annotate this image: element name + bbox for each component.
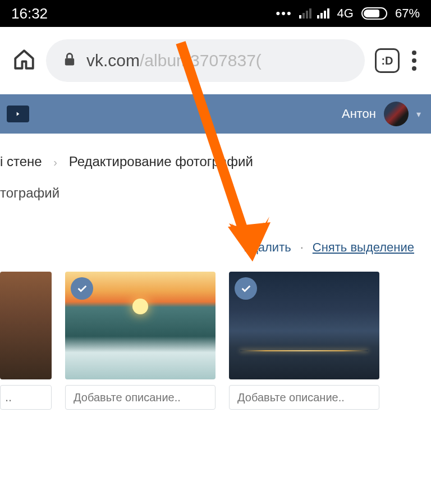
tab-count-button[interactable]: :D: [375, 48, 400, 73]
status-dots-icon: •••: [276, 6, 292, 21]
signal-strong-icon: [317, 8, 329, 19]
android-status-bar: 16:32 ••• 4G 67%: [0, 0, 431, 27]
network-type: 4G: [337, 6, 354, 21]
status-time: 16:32: [11, 5, 48, 22]
status-right: ••• 4G 67%: [276, 6, 420, 21]
vk-user-menu[interactable]: Антон ▾: [342, 102, 421, 126]
photo-thumbnail[interactable]: [0, 272, 52, 379]
tab-count-label: :D: [381, 54, 393, 67]
home-icon[interactable]: [12, 48, 36, 74]
battery-icon: [361, 7, 387, 20]
url-text: vk.com/album3707837(: [86, 51, 262, 70]
section-label: тографий: [0, 185, 431, 217]
bridge-decoration: [240, 350, 368, 351]
battery-percent: 67%: [395, 6, 420, 21]
url-bar[interactable]: vk.com/album3707837(: [46, 39, 365, 82]
signal-weak-icon: [299, 8, 311, 19]
delete-button[interactable]: Удалить: [244, 240, 291, 255]
lock-icon: [62, 52, 77, 70]
chevron-down-icon: ▾: [416, 109, 421, 120]
avatar: [384, 102, 409, 126]
svg-rect-0: [65, 58, 74, 66]
caption-input[interactable]: [229, 385, 379, 410]
vk-logo-icon[interactable]: [7, 106, 29, 122]
actions-row: Удалить · Снять выделение: [0, 217, 431, 272]
photo-card: [0, 272, 52, 410]
photos-row: [0, 272, 431, 410]
photo-thumbnail[interactable]: [65, 272, 216, 379]
browser-toolbar: vk.com/album3707837( :D: [0, 27, 431, 94]
photo-thumbnail[interactable]: [229, 272, 379, 379]
separator-dot: ·: [300, 240, 304, 255]
url-path: /album3707837(: [140, 51, 262, 70]
vk-user-name: Антон: [342, 107, 376, 121]
breadcrumb-current: Редактирование фотографий: [69, 154, 253, 169]
caption-input[interactable]: [65, 385, 216, 410]
photo-card: [229, 272, 379, 410]
selected-check-icon[interactable]: [235, 277, 257, 300]
menu-icon[interactable]: [410, 48, 419, 73]
chevron-right-icon: ›: [53, 156, 57, 168]
sun-decoration: [132, 299, 148, 314]
selected-check-icon[interactable]: [71, 277, 93, 300]
deselect-button[interactable]: Снять выделение: [313, 240, 414, 255]
page-content: і стене › Редактирование фотографий тогр…: [0, 134, 431, 410]
breadcrumb: і стене › Редактирование фотографий: [0, 150, 431, 185]
caption-input[interactable]: [0, 385, 52, 410]
breadcrumb-prev[interactable]: і стене: [0, 154, 42, 169]
url-domain: vk.com: [86, 51, 140, 70]
vk-header: Антон ▾: [0, 94, 431, 134]
photo-card: [65, 272, 216, 410]
